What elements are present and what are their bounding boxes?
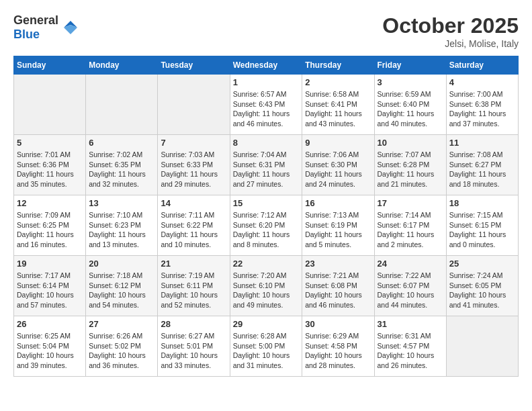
day-number: 18 [449, 198, 515, 208]
cell-content: Sunrise: 7:00 AMSunset: 6:38 PMDaylight:… [449, 89, 515, 129]
daylight-text: Daylight: 10 hours and 52 minutes. [161, 291, 218, 309]
sunset-text: Sunset: 6:17 PM [378, 221, 430, 229]
sunset-text: Sunset: 5:04 PM [17, 342, 69, 350]
cell-content: Sunrise: 7:03 AMSunset: 6:33 PMDaylight:… [161, 150, 226, 189]
cell-content: Sunrise: 6:25 AMSunset: 5:04 PMDaylight:… [17, 331, 83, 371]
cell-week2-day4: 8Sunrise: 7:04 AMSunset: 6:31 PMDaylight… [230, 135, 302, 195]
cell-content: Sunrise: 6:26 AMSunset: 5:02 PMDaylight:… [89, 331, 154, 371]
cell-content: Sunrise: 7:15 AMSunset: 6:15 PMDaylight:… [449, 210, 515, 250]
daylight-text: Daylight: 11 hours and 40 minutes. [378, 109, 435, 128]
daylight-text: Daylight: 11 hours and 32 minutes. [89, 170, 146, 188]
logo: General Blue [13, 13, 80, 42]
day-number: 4 [449, 77, 515, 87]
day-number: 20 [89, 259, 154, 269]
cell-week1-day2 [86, 75, 158, 135]
logo-general: General [13, 13, 58, 27]
header-thursday: Thursday [302, 56, 374, 75]
sunset-text: Sunset: 6:28 PM [378, 161, 430, 169]
week-row-2: 5Sunrise: 7:01 AMSunset: 6:36 PMDaylight… [14, 135, 519, 195]
day-number: 19 [17, 259, 83, 269]
header-saturday: Saturday [446, 56, 518, 75]
day-number: 27 [89, 319, 154, 329]
daylight-text: Daylight: 10 hours and 41 minutes. [449, 291, 506, 309]
cell-week3-day4: 15Sunrise: 7:12 AMSunset: 6:20 PMDayligh… [230, 195, 302, 256]
sunrise-text: Sunrise: 7:19 AM [161, 271, 214, 279]
sunset-text: Sunset: 6:33 PM [161, 161, 213, 169]
cell-week3-day7: 18Sunrise: 7:15 AMSunset: 6:15 PMDayligh… [446, 195, 518, 256]
sunrise-text: Sunrise: 7:14 AM [378, 211, 431, 219]
cell-content: Sunrise: 7:01 AMSunset: 6:36 PMDaylight:… [17, 150, 83, 189]
calendar-body: 1Sunrise: 6:57 AMSunset: 6:43 PMDaylight… [14, 75, 519, 377]
cell-week5-day4: 29Sunrise: 6:28 AMSunset: 5:00 PMDayligh… [230, 316, 302, 377]
sunset-text: Sunset: 6:40 PM [378, 100, 430, 108]
daylight-text: Daylight: 11 hours and 37 minutes. [449, 109, 506, 128]
daylight-text: Daylight: 11 hours and 2 minutes. [378, 230, 435, 248]
cell-week3-day5: 16Sunrise: 7:13 AMSunset: 6:19 PMDayligh… [302, 195, 374, 256]
daylight-text: Daylight: 10 hours and 36 minutes. [89, 351, 146, 369]
day-number: 15 [233, 198, 300, 208]
sunset-text: Sunset: 6:19 PM [305, 221, 357, 229]
sunset-text: Sunset: 6:08 PM [305, 281, 357, 289]
sunrise-text: Sunrise: 7:02 AM [89, 150, 142, 158]
header-wednesday: Wednesday [230, 56, 302, 75]
month-title: October 2025 [382, 13, 519, 38]
cell-content: Sunrise: 6:57 AMSunset: 6:43 PMDaylight:… [233, 89, 300, 129]
cell-content: Sunrise: 7:19 AMSunset: 6:11 PMDaylight:… [161, 271, 226, 310]
header-sunday: Sunday [14, 56, 86, 75]
sunrise-text: Sunrise: 7:06 AM [305, 150, 359, 158]
day-number: 3 [378, 77, 443, 87]
day-number: 14 [161, 198, 226, 208]
day-number: 13 [89, 198, 154, 208]
daylight-text: Daylight: 10 hours and 39 minutes. [17, 351, 74, 369]
cell-content: Sunrise: 7:04 AMSunset: 6:31 PMDaylight:… [233, 150, 300, 189]
sunset-text: Sunset: 5:02 PM [89, 342, 141, 350]
day-number: 23 [305, 259, 371, 269]
sunset-text: Sunset: 6:22 PM [161, 221, 213, 229]
sunset-text: Sunset: 5:01 PM [161, 342, 213, 350]
cell-content: Sunrise: 7:12 AMSunset: 6:20 PMDaylight:… [233, 210, 300, 250]
day-number: 7 [161, 138, 226, 148]
sunset-text: Sunset: 6:05 PM [449, 281, 502, 289]
day-number: 29 [233, 319, 300, 329]
daylight-text: Daylight: 11 hours and 8 minutes. [233, 230, 290, 248]
day-number: 16 [305, 198, 371, 208]
sunrise-text: Sunrise: 7:09 AM [17, 211, 71, 219]
sunrise-text: Sunrise: 6:58 AM [305, 90, 359, 98]
week-row-4: 19Sunrise: 7:17 AMSunset: 6:14 PMDayligh… [14, 256, 519, 316]
sunrise-text: Sunrise: 6:57 AM [233, 90, 287, 98]
header-monday: Monday [86, 56, 158, 75]
sunrise-text: Sunrise: 7:08 AM [449, 150, 503, 158]
day-number: 12 [17, 198, 83, 208]
sunrise-text: Sunrise: 7:03 AM [161, 150, 214, 158]
daylight-text: Daylight: 11 hours and 13 minutes. [89, 230, 146, 248]
cell-content: Sunrise: 6:28 AMSunset: 5:00 PMDaylight:… [233, 331, 300, 371]
daylight-text: Daylight: 11 hours and 43 minutes. [305, 109, 362, 128]
sunrise-text: Sunrise: 6:26 AM [89, 332, 142, 340]
daylight-text: Daylight: 10 hours and 49 minutes. [233, 291, 290, 309]
day-number: 31 [378, 319, 443, 329]
cell-content: Sunrise: 7:11 AMSunset: 6:22 PMDaylight:… [161, 210, 226, 250]
sunrise-text: Sunrise: 7:04 AM [233, 150, 287, 158]
cell-week2-day5: 9Sunrise: 7:06 AMSunset: 6:30 PMDaylight… [302, 135, 374, 195]
cell-week5-day2: 27Sunrise: 6:26 AMSunset: 5:02 PMDayligh… [86, 316, 158, 377]
sunset-text: Sunset: 6:38 PM [449, 100, 502, 108]
cell-week5-day7 [446, 316, 518, 377]
cell-week3-day1: 12Sunrise: 7:09 AMSunset: 6:25 PMDayligh… [14, 195, 86, 256]
sunrise-text: Sunrise: 6:27 AM [161, 332, 214, 340]
sunrise-text: Sunrise: 7:21 AM [305, 271, 359, 279]
daylight-text: Daylight: 11 hours and 24 minutes. [305, 170, 362, 188]
day-number: 8 [233, 138, 300, 148]
cell-week4-day6: 24Sunrise: 7:22 AMSunset: 6:07 PMDayligh… [374, 256, 446, 316]
cell-week5-day3: 28Sunrise: 6:27 AMSunset: 5:01 PMDayligh… [158, 316, 230, 377]
cell-content: Sunrise: 7:09 AMSunset: 6:25 PMDaylight:… [17, 210, 83, 250]
sunset-text: Sunset: 6:41 PM [305, 100, 357, 108]
sunset-text: Sunset: 6:31 PM [233, 161, 285, 169]
header-friday: Friday [374, 56, 446, 75]
cell-week5-day6: 31Sunrise: 6:31 AMSunset: 4:57 PMDayligh… [374, 316, 446, 377]
sunrise-text: Sunrise: 7:20 AM [233, 271, 287, 279]
cell-week4-day1: 19Sunrise: 7:17 AMSunset: 6:14 PMDayligh… [14, 256, 86, 316]
cell-week4-day3: 21Sunrise: 7:19 AMSunset: 6:11 PMDayligh… [158, 256, 230, 316]
cell-content: Sunrise: 6:27 AMSunset: 5:01 PMDaylight:… [161, 331, 226, 371]
daylight-text: Daylight: 10 hours and 26 minutes. [378, 351, 435, 369]
cell-week5-day5: 30Sunrise: 6:29 AMSunset: 4:58 PMDayligh… [302, 316, 374, 377]
